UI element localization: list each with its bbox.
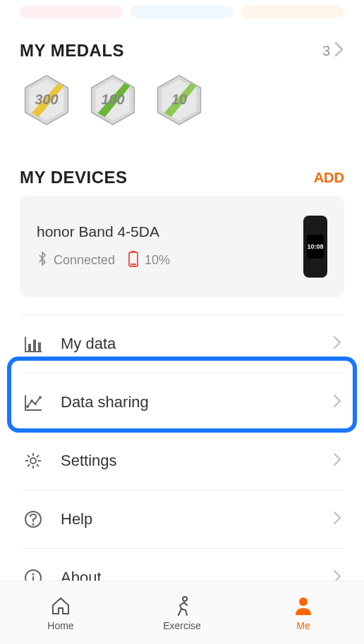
- menu-label: Data sharing: [61, 393, 333, 411]
- svg-point-29: [299, 597, 308, 606]
- menu-item-about[interactable]: About: [20, 549, 344, 581]
- medals-header[interactable]: MY MEDALS 3: [20, 28, 344, 69]
- menu-list: My data Data sharing Settings: [20, 314, 344, 581]
- add-device-button[interactable]: ADD: [314, 170, 344, 186]
- device-card[interactable]: honor Band 4-5DA Connected 10%: [20, 196, 344, 297]
- svg-text:10: 10: [171, 92, 187, 107]
- bottom-nav: Home Exercise Me: [0, 581, 364, 644]
- menu-item-my-data[interactable]: My data: [20, 315, 344, 373]
- person-icon: [292, 595, 315, 617]
- medals-count-link[interactable]: 3: [322, 42, 344, 61]
- medal-item[interactable]: 10: [152, 73, 206, 127]
- devices-title: MY DEVICES: [20, 168, 128, 187]
- chevron-right-icon: [333, 511, 341, 528]
- nav-label: Home: [47, 620, 73, 631]
- nav-label: Me: [296, 620, 310, 631]
- medal-item[interactable]: 300: [20, 73, 73, 127]
- svg-point-21: [39, 396, 42, 399]
- menu-item-settings[interactable]: Settings: [20, 432, 344, 490]
- medals-title: MY MEDALS: [20, 41, 124, 61]
- line-chart-icon: [23, 392, 44, 413]
- svg-rect-17: [38, 342, 41, 351]
- summary-card[interactable]: [131, 6, 234, 18]
- gear-icon: [23, 450, 44, 471]
- summary-card[interactable]: [20, 6, 123, 18]
- content-scroll[interactable]: MY MEDALS 3 300: [0, 0, 364, 581]
- battery-low-icon: [128, 250, 139, 271]
- menu-item-help[interactable]: Help: [20, 490, 344, 549]
- device-info: honor Band 4-5DA Connected 10%: [37, 223, 303, 271]
- svg-rect-15: [28, 344, 31, 351]
- chevron-right-icon: [333, 394, 341, 411]
- help-icon: [23, 509, 44, 530]
- bar-chart-icon: [23, 333, 44, 354]
- svg-rect-16: [33, 340, 36, 351]
- svg-point-22: [30, 458, 36, 464]
- svg-text:300: 300: [35, 92, 59, 107]
- chevron-right-icon: [333, 569, 341, 581]
- battery-percent: 10%: [145, 253, 170, 268]
- device-image: 10:08: [303, 216, 327, 278]
- chevron-right-icon: [333, 452, 341, 469]
- connection-status: Connected: [37, 251, 115, 270]
- menu-label: Help: [61, 510, 333, 528]
- medals-count: 3: [322, 43, 330, 59]
- svg-point-24: [32, 524, 35, 526]
- menu-item-data-sharing[interactable]: Data sharing: [20, 373, 344, 432]
- medal-item[interactable]: 100: [86, 73, 140, 127]
- svg-text:100: 100: [102, 92, 125, 107]
- svg-point-18: [26, 405, 29, 408]
- devices-header: MY DEVICES ADD: [20, 155, 344, 196]
- bluetooth-icon: [37, 251, 48, 270]
- nav-me[interactable]: Me: [243, 581, 364, 644]
- svg-point-26: [32, 574, 35, 576]
- nav-home[interactable]: Home: [0, 581, 121, 644]
- menu-label: My data: [61, 335, 333, 353]
- menu-label: About: [61, 569, 333, 581]
- info-icon: [23, 567, 44, 581]
- chevron-right-icon: [334, 42, 344, 61]
- svg-point-28: [183, 597, 187, 601]
- svg-point-19: [30, 400, 33, 402]
- battery-status: 10%: [128, 250, 170, 271]
- exercise-icon: [171, 595, 193, 617]
- connection-label: Connected: [54, 253, 115, 268]
- svg-point-20: [34, 402, 37, 405]
- device-name: honor Band 4-5DA: [37, 223, 303, 240]
- nav-label: Exercise: [163, 620, 201, 631]
- home-icon: [49, 595, 72, 617]
- device-screen: 10:08: [307, 235, 324, 259]
- app-container: MY MEDALS 3 300: [0, 0, 364, 644]
- nav-exercise[interactable]: Exercise: [121, 581, 243, 644]
- chevron-right-icon: [333, 335, 341, 352]
- svg-rect-14: [131, 264, 136, 265]
- device-status-row: Connected 10%: [37, 250, 303, 271]
- menu-label: Settings: [61, 452, 333, 470]
- medals-list: 300 100 10: [20, 69, 344, 155]
- top-summary-cards: [20, 0, 344, 28]
- summary-card[interactable]: [241, 6, 344, 18]
